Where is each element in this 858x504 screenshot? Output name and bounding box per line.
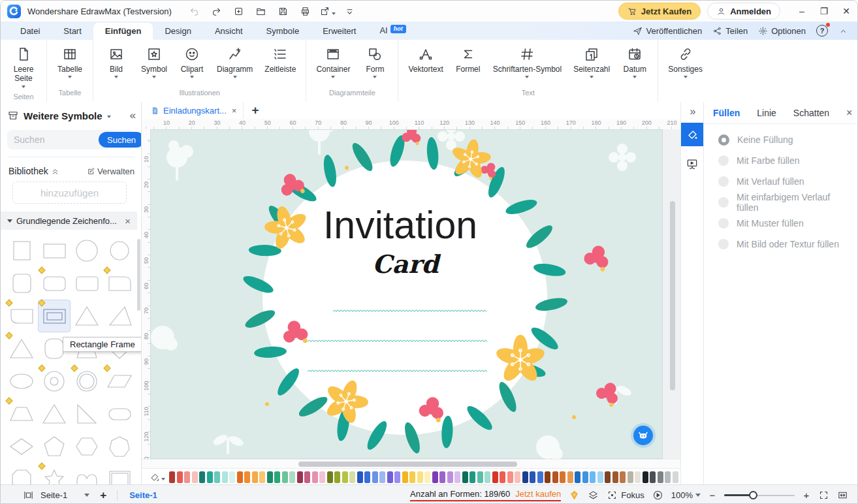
color-swatch[interactable] <box>394 471 400 483</box>
shape-rounded-rectangle[interactable] <box>38 267 71 300</box>
color-swatch[interactable] <box>349 471 355 483</box>
ribbon-item-tabelle[interactable]: Tabelle <box>52 44 87 81</box>
undo-icon[interactable] <box>186 3 203 19</box>
color-swatch[interactable] <box>515 471 520 483</box>
color-swatch[interactable] <box>372 471 378 483</box>
radio-icon[interactable] <box>718 176 729 187</box>
menu-tab-symbole[interactable]: Symbole <box>255 23 311 40</box>
color-swatch[interactable] <box>192 471 198 483</box>
shape-circle[interactable] <box>71 234 103 267</box>
color-swatch[interactable] <box>379 471 385 483</box>
menu-tab-ansicht[interactable]: Ansicht <box>203 23 255 40</box>
panel-tab-linie[interactable]: Linie <box>757 108 776 118</box>
color-swatch[interactable] <box>282 471 288 483</box>
page-selector[interactable]: Seite-1 <box>40 490 89 500</box>
color-swatch[interactable] <box>477 471 483 483</box>
shape-pill[interactable] <box>103 398 136 430</box>
manage-library-button[interactable]: Verwalten <box>87 166 135 176</box>
fill-option-keine-f-llung[interactable]: Keine Füllung <box>718 129 853 150</box>
ribbon-item-clipart[interactable]: Clipart <box>174 44 210 81</box>
save-icon[interactable] <box>275 3 292 19</box>
ribbon-item-vektortext[interactable]: Vektortext <box>404 44 447 76</box>
color-swatch[interactable] <box>214 471 220 483</box>
redo-icon[interactable] <box>208 3 225 19</box>
color-swatch[interactable] <box>199 471 205 483</box>
teilen-button[interactable]: Teilen <box>712 26 748 36</box>
shape-triangle-2[interactable] <box>5 332 38 365</box>
card-subtitle[interactable]: Card <box>372 249 441 279</box>
shape-square[interactable] <box>5 234 38 267</box>
ribbon-item-symbol[interactable]: Symbol <box>136 44 172 81</box>
fill-option-mit-muster-f-llen[interactable]: Mit Muster füllen <box>718 213 853 234</box>
color-swatch[interactable] <box>537 471 543 483</box>
color-swatch[interactable] <box>454 471 460 483</box>
color-swatch[interactable] <box>432 471 438 483</box>
horizontal-scrollbar[interactable] <box>142 459 680 469</box>
color-swatch[interactable] <box>327 471 333 483</box>
color-swatch[interactable] <box>567 471 573 483</box>
color-swatch[interactable] <box>597 471 603 483</box>
zoom-in-button[interactable]: + <box>802 490 810 501</box>
ribbon-item-datum[interactable]: Datum <box>617 44 652 81</box>
color-swatch[interactable] <box>439 471 445 483</box>
print-icon[interactable] <box>297 3 314 19</box>
shape-section-header[interactable]: Grundlegende Zeichenfo... × <box>1 212 137 230</box>
drawing-page[interactable]: Invitation Card <box>150 129 663 459</box>
shape-trapezoid[interactable] <box>5 398 38 430</box>
add-page-button[interactable]: + <box>96 489 110 502</box>
menu-tab-design[interactable]: Design <box>153 23 202 40</box>
zoom-slider[interactable] <box>724 491 795 500</box>
radio-icon[interactable] <box>718 218 729 228</box>
color-swatch[interactable] <box>252 471 258 483</box>
shape-heptagon[interactable] <box>103 430 136 463</box>
color-swatch[interactable] <box>650 471 656 483</box>
shape-round-corner-rectangle[interactable] <box>5 300 38 332</box>
minimize-button[interactable]: – <box>791 1 813 21</box>
shape-ring[interactable] <box>71 365 103 398</box>
zoom-level[interactable]: 100% <box>671 490 701 500</box>
sidebar-scrollbar[interactable] <box>137 239 140 311</box>
ribbon-item-bild[interactable]: Bild <box>99 44 134 81</box>
collapse-ribbon-button[interactable] <box>838 26 848 36</box>
shape-right-triangle[interactable] <box>71 398 103 430</box>
fit-page-icon[interactable] <box>837 490 848 501</box>
search-input[interactable] <box>7 134 99 145</box>
color-swatch[interactable] <box>469 471 475 483</box>
zoom-slider-knob[interactable] <box>749 491 757 499</box>
open-file-icon[interactable] <box>253 3 270 19</box>
ver-ffentlichen-button[interactable]: Veröffentlichen <box>633 26 702 36</box>
color-swatch[interactable] <box>274 471 280 483</box>
shape-rounded-rectangle-2[interactable] <box>71 267 103 300</box>
color-swatch[interactable] <box>507 471 513 483</box>
color-swatch[interactable] <box>582 471 588 483</box>
focus-button[interactable]: Fokus <box>607 490 644 501</box>
color-swatch[interactable] <box>229 471 235 483</box>
section-close-icon[interactable]: × <box>125 215 131 227</box>
new-document-icon[interactable] <box>230 3 247 19</box>
fill-panel-button[interactable] <box>681 123 703 146</box>
color-swatch[interactable] <box>364 471 370 483</box>
ribbon-item-form[interactable]: Form <box>357 44 392 81</box>
zoom-out-button[interactable]: − <box>708 490 716 501</box>
color-swatch[interactable] <box>222 471 228 483</box>
layers-icon[interactable] <box>588 490 599 501</box>
fullscreen-icon[interactable] <box>818 490 829 501</box>
menu-tab-einf-gen[interactable]: Einfügen <box>93 23 153 40</box>
shape-oblique-triangle[interactable] <box>103 300 136 332</box>
shape-star[interactable] <box>38 463 71 484</box>
shape-ellipse[interactable] <box>5 365 38 398</box>
color-swatch[interactable] <box>244 471 250 483</box>
optionen-button[interactable]: Optionen <box>758 26 806 36</box>
shape-rectangle-frame[interactable] <box>38 300 71 332</box>
shape-rounded-square[interactable] <box>5 267 38 300</box>
panel-tab-schatten[interactable]: Schatten <box>793 108 829 118</box>
shape-rectangle[interactable] <box>38 234 71 267</box>
color-swatch[interactable] <box>334 471 340 483</box>
collapse-library-icon[interactable] <box>51 167 59 176</box>
tab-close-icon[interactable]: × <box>232 106 237 116</box>
sidebar-collapse-icon[interactable]: « <box>130 109 136 122</box>
shape-triangle[interactable] <box>71 300 103 332</box>
customize-toolbar-icon[interactable] <box>342 3 358 19</box>
color-swatch[interactable] <box>409 471 415 483</box>
color-swatch[interactable] <box>522 471 528 483</box>
